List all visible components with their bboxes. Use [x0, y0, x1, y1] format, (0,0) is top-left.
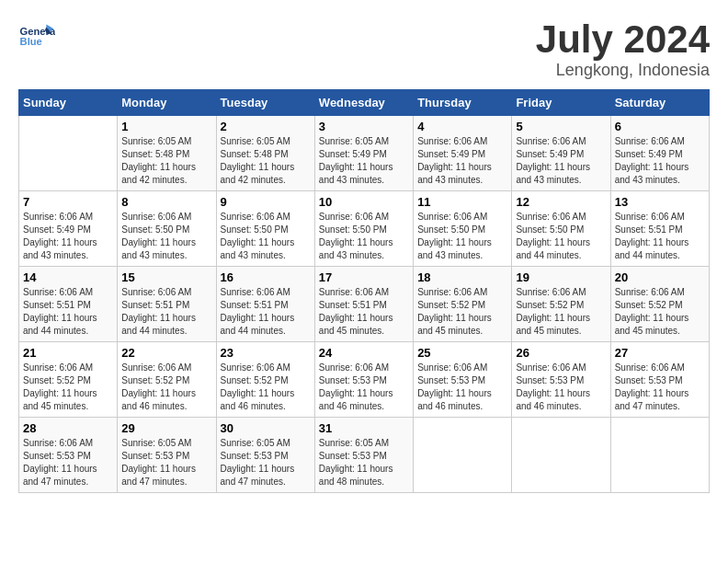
- calendar-cell: [610, 418, 709, 493]
- day-number: 27: [615, 346, 705, 360]
- day-detail: Sunrise: 6:06 AM Sunset: 5:50 PM Dayligh…: [121, 211, 211, 262]
- day-number: 15: [121, 270, 211, 284]
- day-detail: Sunrise: 6:06 AM Sunset: 5:49 PM Dayligh…: [516, 135, 606, 187]
- calendar-cell: 24Sunrise: 6:06 AM Sunset: 5:53 PM Dayli…: [314, 342, 413, 418]
- day-detail: Sunrise: 6:06 AM Sunset: 5:52 PM Dayligh…: [221, 362, 311, 413]
- calendar-cell: 1Sunrise: 6:05 AM Sunset: 5:48 PM Daylig…: [118, 116, 216, 191]
- calendar-cell: 26Sunrise: 6:06 AM Sunset: 5:53 PM Dayli…: [512, 342, 610, 418]
- svg-text:Blue: Blue: [20, 36, 42, 47]
- col-wednesday: Wednesday: [314, 90, 413, 116]
- calendar-cell: 14Sunrise: 6:06 AM Sunset: 5:51 PM Dayli…: [19, 267, 118, 342]
- day-number: 10: [319, 195, 409, 209]
- day-detail: Sunrise: 6:06 AM Sunset: 5:53 PM Dayligh…: [23, 437, 113, 488]
- day-detail: Sunrise: 6:06 AM Sunset: 5:51 PM Dayligh…: [615, 211, 705, 262]
- calendar-cell: 27Sunrise: 6:06 AM Sunset: 5:53 PM Dayli…: [610, 342, 709, 418]
- calendar-cell: 2Sunrise: 6:05 AM Sunset: 5:48 PM Daylig…: [216, 116, 314, 191]
- day-number: 30: [221, 421, 311, 435]
- day-number: 19: [516, 270, 606, 284]
- day-detail: Sunrise: 6:05 AM Sunset: 5:53 PM Dayligh…: [121, 437, 211, 488]
- calendar-cell: 10Sunrise: 6:06 AM Sunset: 5:50 PM Dayli…: [314, 191, 413, 267]
- calendar-cell: 4Sunrise: 6:06 AM Sunset: 5:49 PM Daylig…: [414, 116, 512, 191]
- calendar-cell: 25Sunrise: 6:06 AM Sunset: 5:53 PM Dayli…: [414, 342, 512, 418]
- col-tuesday: Tuesday: [216, 90, 314, 116]
- calendar-cell: 20Sunrise: 6:06 AM Sunset: 5:52 PM Dayli…: [610, 267, 709, 342]
- calendar-title: July 2024: [536, 18, 710, 61]
- day-detail: Sunrise: 6:06 AM Sunset: 5:50 PM Dayligh…: [516, 211, 606, 262]
- calendar-cell: 9Sunrise: 6:06 AM Sunset: 5:50 PM Daylig…: [216, 191, 314, 267]
- day-detail: Sunrise: 6:06 AM Sunset: 5:51 PM Dayligh…: [23, 286, 113, 338]
- calendar-cell: 18Sunrise: 6:06 AM Sunset: 5:52 PM Dayli…: [414, 267, 512, 342]
- day-detail: Sunrise: 6:06 AM Sunset: 5:52 PM Dayligh…: [516, 286, 606, 338]
- calendar-cell: 7Sunrise: 6:06 AM Sunset: 5:49 PM Daylig…: [19, 191, 118, 267]
- calendar-cell: [414, 418, 512, 493]
- day-detail: Sunrise: 6:05 AM Sunset: 5:53 PM Dayligh…: [221, 437, 311, 488]
- day-number: 7: [23, 195, 113, 209]
- day-number: 1: [121, 120, 211, 133]
- day-number: 18: [417, 270, 507, 284]
- calendar-week-1: 1Sunrise: 6:05 AM Sunset: 5:48 PM Daylig…: [19, 116, 710, 191]
- col-sunday: Sunday: [19, 90, 118, 116]
- calendar-week-2: 7Sunrise: 6:06 AM Sunset: 5:49 PM Daylig…: [19, 191, 710, 267]
- calendar-week-5: 28Sunrise: 6:06 AM Sunset: 5:53 PM Dayli…: [19, 418, 710, 493]
- day-detail: Sunrise: 6:06 AM Sunset: 5:52 PM Dayligh…: [23, 362, 113, 413]
- day-number: 16: [221, 270, 311, 284]
- day-number: 13: [615, 195, 705, 209]
- day-number: 28: [23, 421, 113, 435]
- day-number: 23: [221, 346, 311, 360]
- page-header: General Blue July 2024 Lengkong, Indones…: [18, 18, 710, 80]
- col-thursday: Thursday: [414, 90, 512, 116]
- day-number: 24: [319, 346, 409, 360]
- day-number: 21: [23, 346, 113, 360]
- day-detail: Sunrise: 6:05 AM Sunset: 5:48 PM Dayligh…: [121, 135, 211, 187]
- day-detail: Sunrise: 6:05 AM Sunset: 5:49 PM Dayligh…: [319, 135, 409, 187]
- day-number: 2: [221, 120, 311, 133]
- calendar-cell: 17Sunrise: 6:06 AM Sunset: 5:51 PM Dayli…: [314, 267, 413, 342]
- calendar-cell: 5Sunrise: 6:06 AM Sunset: 5:49 PM Daylig…: [512, 116, 610, 191]
- calendar-week-4: 21Sunrise: 6:06 AM Sunset: 5:52 PM Dayli…: [19, 342, 710, 418]
- day-detail: Sunrise: 6:06 AM Sunset: 5:50 PM Dayligh…: [319, 211, 409, 262]
- day-number: 25: [417, 346, 507, 360]
- day-detail: Sunrise: 6:05 AM Sunset: 5:53 PM Dayligh…: [319, 437, 409, 488]
- logo: General Blue: [18, 18, 55, 55]
- calendar-cell: 29Sunrise: 6:05 AM Sunset: 5:53 PM Dayli…: [118, 418, 216, 493]
- calendar-cell: 3Sunrise: 6:05 AM Sunset: 5:49 PM Daylig…: [314, 116, 413, 191]
- logo-icon: General Blue: [18, 18, 55, 55]
- day-number: 9: [221, 195, 311, 209]
- day-detail: Sunrise: 6:06 AM Sunset: 5:52 PM Dayligh…: [417, 286, 507, 338]
- day-number: 29: [121, 421, 211, 435]
- day-detail: Sunrise: 6:06 AM Sunset: 5:53 PM Dayligh…: [516, 362, 606, 413]
- day-detail: Sunrise: 6:06 AM Sunset: 5:50 PM Dayligh…: [417, 211, 507, 262]
- day-number: 4: [417, 120, 507, 133]
- day-detail: Sunrise: 6:06 AM Sunset: 5:49 PM Dayligh…: [615, 135, 705, 187]
- day-number: 3: [319, 120, 409, 133]
- calendar-week-3: 14Sunrise: 6:06 AM Sunset: 5:51 PM Dayli…: [19, 267, 710, 342]
- calendar-cell: 19Sunrise: 6:06 AM Sunset: 5:52 PM Dayli…: [512, 267, 610, 342]
- calendar-cell: [19, 116, 118, 191]
- calendar-table: Sunday Monday Tuesday Wednesday Thursday…: [18, 89, 710, 493]
- day-detail: Sunrise: 6:06 AM Sunset: 5:52 PM Dayligh…: [615, 286, 705, 338]
- calendar-cell: 15Sunrise: 6:06 AM Sunset: 5:51 PM Dayli…: [118, 267, 216, 342]
- day-number: 26: [516, 346, 606, 360]
- calendar-cell: 12Sunrise: 6:06 AM Sunset: 5:50 PM Dayli…: [512, 191, 610, 267]
- day-detail: Sunrise: 6:06 AM Sunset: 5:53 PM Dayligh…: [319, 362, 409, 413]
- calendar-cell: 11Sunrise: 6:06 AM Sunset: 5:50 PM Dayli…: [414, 191, 512, 267]
- calendar-cell: 28Sunrise: 6:06 AM Sunset: 5:53 PM Dayli…: [19, 418, 118, 493]
- day-number: 22: [121, 346, 211, 360]
- day-detail: Sunrise: 6:06 AM Sunset: 5:49 PM Dayligh…: [23, 211, 113, 262]
- calendar-cell: 8Sunrise: 6:06 AM Sunset: 5:50 PM Daylig…: [118, 191, 216, 267]
- day-detail: Sunrise: 6:06 AM Sunset: 5:51 PM Dayligh…: [121, 286, 211, 338]
- col-monday: Monday: [118, 90, 216, 116]
- day-number: 6: [615, 120, 705, 133]
- col-saturday: Saturday: [610, 90, 709, 116]
- day-detail: Sunrise: 6:06 AM Sunset: 5:49 PM Dayligh…: [417, 135, 507, 187]
- day-detail: Sunrise: 6:06 AM Sunset: 5:50 PM Dayligh…: [221, 211, 311, 262]
- day-number: 8: [121, 195, 211, 209]
- calendar-cell: 21Sunrise: 6:06 AM Sunset: 5:52 PM Dayli…: [19, 342, 118, 418]
- calendar-cell: 13Sunrise: 6:06 AM Sunset: 5:51 PM Dayli…: [610, 191, 709, 267]
- day-number: 31: [319, 421, 409, 435]
- day-number: 17: [319, 270, 409, 284]
- day-number: 11: [417, 195, 507, 209]
- calendar-cell: 6Sunrise: 6:06 AM Sunset: 5:49 PM Daylig…: [610, 116, 709, 191]
- calendar-cell: 22Sunrise: 6:06 AM Sunset: 5:52 PM Dayli…: [118, 342, 216, 418]
- day-detail: Sunrise: 6:05 AM Sunset: 5:48 PM Dayligh…: [221, 135, 311, 187]
